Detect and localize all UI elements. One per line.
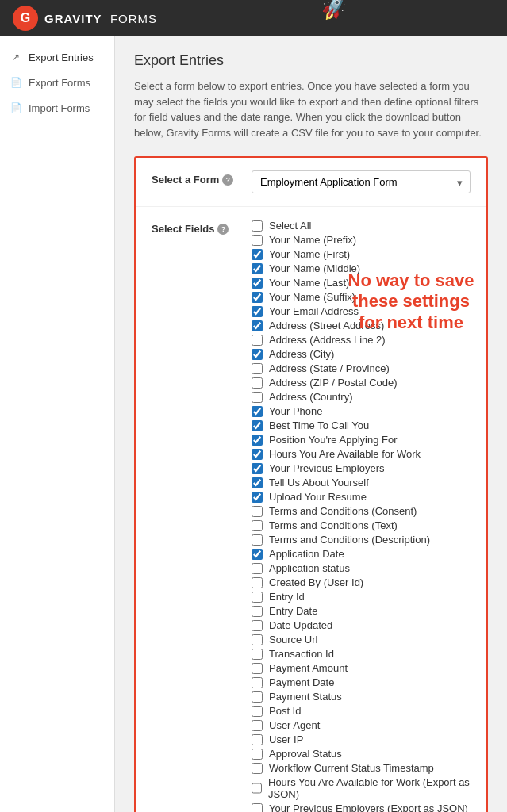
field-checkbox-post_id[interactable] <box>252 706 263 717</box>
field-checkbox-terms_description[interactable] <box>252 534 263 546</box>
field-label-user_ip: User IP <box>269 733 303 745</box>
field-checkbox-payment_date[interactable] <box>252 677 263 688</box>
field-checkbox-payment_status[interactable] <box>252 691 263 703</box>
list-item: Position You're Applying For <box>252 434 471 446</box>
field-label-entry_id: Entry Id <box>269 591 305 603</box>
field-checkbox-tell_us[interactable] <box>252 477 263 488</box>
field-checkbox-user_ip[interactable] <box>252 734 263 745</box>
list-item: Entry Date <box>252 605 471 617</box>
field-label-application_status: Application status <box>269 562 350 574</box>
export-entries-icon: ↗ <box>10 51 22 63</box>
sidebar-item-export-forms[interactable]: 📄 Export Forms <box>0 70 114 95</box>
field-label-tell_us: Tell Us About Yourself <box>269 477 369 488</box>
form-select-wrapper: Employment Application Form <box>252 170 471 193</box>
field-label-source_url: Source Url <box>269 634 317 645</box>
field-label-transaction_id: Transaction Id <box>269 648 334 660</box>
field-label-user_agent: User Agent <box>269 719 320 731</box>
list-item: Your Name (First) <box>252 248 471 260</box>
list-item: Address (ZIP / Postal Code) <box>252 377 471 389</box>
field-checkbox-entry_id[interactable] <box>252 592 263 603</box>
field-checkbox-previous_employers_json[interactable] <box>252 803 263 813</box>
field-label-upload_resume: Upload Your Resume <box>269 491 367 503</box>
field-label-address_zip: Address (ZIP / Postal Code) <box>269 377 398 389</box>
field-checkbox-address_line2[interactable] <box>252 335 263 346</box>
field-checkbox-previous_employers[interactable] <box>252 463 263 474</box>
field-label-your_name_prefix: Your Name (Prefix) <box>269 234 356 246</box>
field-checkbox-address_country[interactable] <box>252 392 263 403</box>
field-checkbox-application_date[interactable] <box>252 549 263 560</box>
list-item: Hours You Are Available for Work <box>252 448 471 460</box>
list-item: Your Phone <box>252 405 471 417</box>
field-checkbox-terms_consent[interactable] <box>252 506 263 517</box>
field-checkbox-user_agent[interactable] <box>252 720 263 731</box>
field-label-payment_amount: Payment Amount <box>269 662 348 674</box>
field-checkbox-entry_date[interactable] <box>252 606 263 617</box>
list-item: Hours You Are Available for Work (Export… <box>252 776 471 800</box>
list-item: Source Url <box>252 634 471 645</box>
select-form-help-icon[interactable]: ? <box>222 174 233 186</box>
field-label-post_id: Post Id <box>269 705 301 717</box>
select-form-content: Employment Application Form <box>252 170 471 193</box>
list-item: Upload Your Resume <box>252 491 471 503</box>
field-label-approval_status: Approval Status <box>269 748 342 760</box>
field-checkbox-terms_text[interactable] <box>252 520 263 531</box>
field-checkbox-select_all[interactable] <box>252 220 263 232</box>
select-fields-help-icon[interactable]: ? <box>217 224 229 235</box>
logo-area: G GRAVITY FORMS <box>13 6 157 31</box>
field-checkbox-your_name_prefix[interactable] <box>252 235 263 246</box>
export-forms-icon: 📄 <box>10 76 22 89</box>
field-checkbox-address_city[interactable] <box>252 349 263 360</box>
list-item: Address (City) <box>252 348 471 360</box>
field-checkbox-best_time[interactable] <box>252 420 263 431</box>
field-label-best_time: Best Time To Call You <box>269 419 369 431</box>
field-checkbox-position[interactable] <box>252 435 263 446</box>
select-form-label: Select a Form ? <box>152 170 239 186</box>
list-item: Terms and Conditions (Consent) <box>252 505 471 517</box>
field-label-your_name_first: Your Name (First) <box>269 248 350 260</box>
field-checkbox-approval_status[interactable] <box>252 749 263 760</box>
field-checkbox-your_name_middle[interactable] <box>252 263 263 274</box>
field-checkbox-address_state[interactable] <box>252 363 263 374</box>
field-checkbox-upload_resume[interactable] <box>252 492 263 503</box>
field-checkbox-your_name_first[interactable] <box>252 249 263 260</box>
field-checkbox-your_name_last[interactable] <box>252 278 263 289</box>
sidebar-item-export-entries[interactable]: ↗ Export Entries <box>0 44 114 70</box>
field-checkbox-your_phone[interactable] <box>252 406 263 417</box>
field-checkbox-created_by[interactable] <box>252 577 263 588</box>
list-item: Your Previous Employers <box>252 462 471 474</box>
list-item: User Agent <box>252 719 471 731</box>
field-label-application_date: Application Date <box>269 548 344 560</box>
field-checkbox-your_email_address[interactable] <box>252 306 263 317</box>
main-content: Export Entries Select a form below to ex… <box>115 36 507 812</box>
field-checkbox-workflow_status_timestamp[interactable] <box>252 763 263 774</box>
field-checkbox-payment_amount[interactable] <box>252 663 263 674</box>
field-label-terms_text: Terms and Conditions (Text) <box>269 519 398 531</box>
top-bar: G GRAVITY FORMS 🚀 <box>0 0 507 36</box>
field-checkbox-address_zip[interactable] <box>252 377 263 389</box>
field-label-your_name_suffix: Your Name (Suffix) <box>269 291 355 303</box>
field-checkbox-source_url[interactable] <box>252 634 263 645</box>
field-checkbox-date_updated[interactable] <box>252 620 263 631</box>
field-checkbox-hours_available[interactable] <box>252 449 263 460</box>
field-label-address_line2: Address (Address Line 2) <box>269 334 386 346</box>
list-item: Payment Status <box>252 691 471 703</box>
field-checkbox-your_name_suffix[interactable] <box>252 292 263 303</box>
list-item: Application Date <box>252 548 471 560</box>
page-title: Export Entries <box>134 52 488 69</box>
list-item: Post Id <box>252 705 471 717</box>
field-label-payment_date: Payment Date <box>269 676 334 688</box>
rocket-icon: 🚀 <box>317 0 351 23</box>
field-label-address_country: Address (Country) <box>269 391 352 403</box>
import-forms-icon: 📄 <box>10 102 22 114</box>
list-item: Select All <box>252 220 471 232</box>
field-checkbox-transaction_id[interactable] <box>252 649 263 660</box>
layout: ↗ Export Entries 📄 Export Forms 📄 Import… <box>0 36 507 812</box>
field-checkbox-address_street[interactable] <box>252 320 263 331</box>
list-item: Best Time To Call You <box>252 419 471 431</box>
field-label-previous_employers_json: Your Previous Employers (Export as JSON) <box>269 802 468 812</box>
field-checkbox-application_status[interactable] <box>252 563 263 574</box>
field-checkbox-hours_available_json[interactable] <box>252 783 262 794</box>
form-select[interactable]: Employment Application Form <box>252 170 471 193</box>
sidebar-item-import-forms[interactable]: 📄 Import Forms <box>0 95 114 121</box>
field-label-hours_available: Hours You Are Available for Work <box>269 448 421 460</box>
